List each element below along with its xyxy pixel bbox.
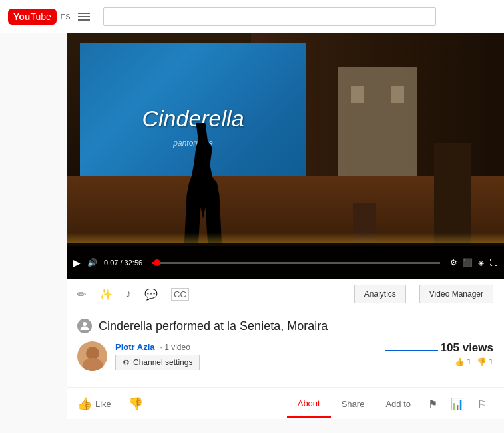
avatar [77, 341, 107, 371]
views-section: 105 views 👍 1 👎 1 [385, 341, 493, 366]
progress-dot [154, 259, 160, 266]
video-count: · 1 video [160, 343, 190, 352]
control-bar: ▶ 🔊 0:07 / 32:56 ⚙ ⬛ ◈ ⛶ [67, 246, 504, 279]
like-button[interactable]: 👍 Like [77, 388, 122, 419]
hamburger-menu[interactable] [78, 13, 90, 21]
ctrl-icons: ⚙ ⬛ ◈ ⛶ [450, 258, 497, 267]
cc-icon[interactable]: CC [171, 288, 189, 301]
channel-info: Piotr Azia · 1 video ⚙ Channel settings [115, 342, 377, 370]
set-window-2 [391, 86, 404, 103]
main-content: Cinderella pantomime ▶ 🔊 0:07 [0, 33, 504, 433]
video-manager-button[interactable]: Video Manager [419, 285, 493, 303]
report-icon[interactable]: ⚐ [471, 390, 493, 418]
performer-right [434, 143, 471, 243]
tab-add-to[interactable]: Add to [375, 391, 421, 417]
time-display: 0:07 / 32:56 [104, 259, 142, 267]
video-info: Cinderella performed at la Senieta, Mora… [67, 309, 504, 388]
action-tabs: 👍 Like 👎 About Share Add to ⚑ 📊 ⚐ [67, 388, 504, 419]
video-section: Cinderella pantomime ▶ 🔊 0:07 [67, 33, 504, 433]
like-count: 👍 1 [455, 357, 471, 366]
video-player[interactable]: Cinderella pantomime ▶ 🔊 0:07 [67, 33, 504, 279]
tab-about[interactable]: About [287, 390, 331, 418]
flag-icon[interactable]: ⚑ [421, 390, 444, 418]
quality-icon[interactable]: ◈ [478, 258, 484, 267]
youtube-logo[interactable]: YouTube ES [8, 9, 70, 25]
footlights [67, 233, 504, 243]
like-dislike: 👍 1 👎 1 [385, 357, 493, 366]
fullscreen-button[interactable]: ⛶ [489, 258, 497, 267]
yt-icon: YouTube [8, 9, 57, 25]
channel-name[interactable]: Piotr Azia [115, 342, 154, 352]
analytics-button[interactable]: Analytics [354, 285, 406, 303]
music-note-icon[interactable]: ♪ [126, 288, 131, 300]
channel-name-row: Piotr Azia · 1 video [115, 342, 377, 352]
comment-icon[interactable]: 💬 [144, 288, 158, 301]
header: YouTube ES [0, 0, 504, 33]
video-title: Cinderella performed at la Senieta, Mora… [99, 319, 328, 333]
channel-row: Piotr Azia · 1 video ⚙ Channel settings [77, 341, 377, 371]
castle-set-piece [338, 67, 417, 186]
progress-bar[interactable] [152, 262, 440, 264]
tools-bar: ✏ ✨ ♪ 💬 CC Analytics Video Manager [67, 279, 504, 309]
public-icon [77, 319, 92, 333]
views-count: 105 views [441, 341, 493, 355]
play-button[interactable]: ▶ [73, 257, 81, 268]
volume-icon[interactable]: 🔊 [87, 258, 97, 267]
tab-share[interactable]: Share [331, 391, 376, 417]
dislike-thumb-icon: 👎 [128, 396, 143, 411]
settings-icon[interactable]: ⚙ [450, 258, 457, 267]
like-bar [385, 350, 438, 351]
magic-wand-icon[interactable]: ✨ [99, 288, 113, 301]
video-scene: Cinderella pantomime [67, 33, 504, 279]
search-bar [103, 7, 436, 26]
subtitles-icon[interactable]: ⬛ [463, 258, 473, 267]
stats-icon[interactable]: 📊 [444, 390, 471, 418]
dislike-count: 👎 1 [477, 357, 493, 366]
channel-settings-button[interactable]: ⚙ Channel settings [115, 355, 200, 370]
region-label: ES [61, 13, 71, 21]
dislike-button[interactable]: 👎 [128, 388, 154, 419]
gear-icon: ⚙ [123, 358, 130, 367]
left-sidebar [0, 33, 67, 433]
slide-title: Cinderella [142, 106, 244, 132]
search-input[interactable] [103, 7, 436, 26]
edit-pencil-icon[interactable]: ✏ [77, 288, 86, 301]
video-title-row: Cinderella performed at la Senieta, Mora… [77, 319, 493, 333]
svg-point-0 [83, 322, 87, 326]
like-thumb-icon: 👍 [77, 396, 92, 411]
set-window-1 [351, 86, 364, 103]
